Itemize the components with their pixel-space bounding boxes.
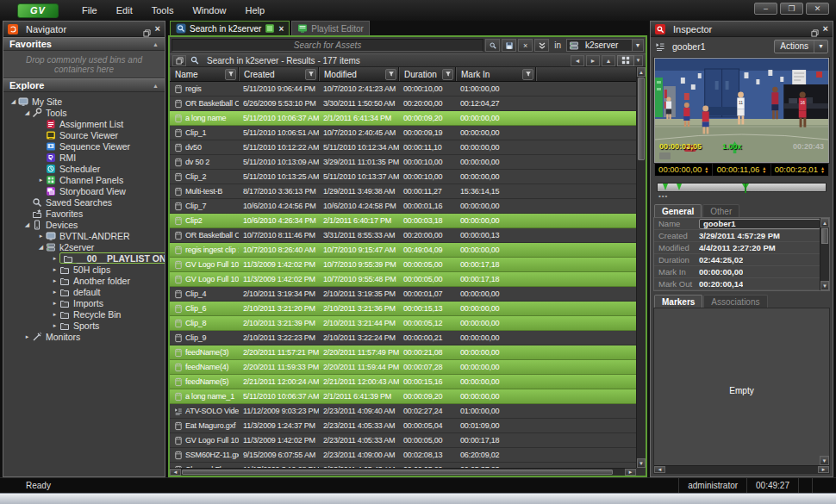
view-mode-dropdown[interactable]: ▼	[617, 55, 643, 66]
menu-tools[interactable]: Tools	[142, 2, 184, 19]
tree-item-my-site[interactable]: ◢My Site	[3, 96, 165, 107]
search-input[interactable]	[172, 39, 484, 52]
tab-search-in-k2server[interactable]: Search in k2server ×	[170, 21, 290, 35]
up-button[interactable]: ▲	[602, 55, 615, 66]
menu-edit[interactable]: Edit	[107, 2, 142, 19]
run-search-button[interactable]	[485, 39, 500, 52]
table-row[interactable]: Clip_25/11/2010 10:13:25 AM5/11/2010 10:…	[170, 170, 636, 184]
tree-item-k2server[interactable]: ◢k2server	[3, 241, 165, 252]
table-row[interactable]: a long name_15/11/2010 10:06:37 AM2/1/20…	[170, 389, 636, 404]
name-field[interactable]	[699, 219, 820, 229]
table-row[interactable]: dv 50 25/11/2010 10:13:09 AM3/29/2011 11…	[170, 155, 636, 170]
tab-general[interactable]: General	[654, 204, 702, 217]
tree-item-devices[interactable]: ◢Devices	[3, 219, 165, 230]
menu-file[interactable]: File	[72, 2, 107, 19]
favorites-header[interactable]: Favorites ▲	[3, 37, 165, 51]
scroll-thumb[interactable]	[182, 470, 613, 475]
expander-icon[interactable]: ▸	[50, 277, 59, 284]
column-header-duration[interactable]: Duration	[399, 67, 456, 81]
save-search-button[interactable]	[502, 39, 516, 52]
scroll-down-icon[interactable]: ▼	[637, 458, 646, 468]
filter-icon[interactable]	[385, 69, 396, 80]
filter-icon[interactable]	[522, 69, 533, 80]
minimize-button[interactable]: –	[754, 3, 777, 15]
close-icon[interactable]: ×	[155, 25, 160, 33]
filter-icon[interactable]	[305, 69, 316, 80]
tree-item-bvtnl-andrer[interactable]: ▸BVTNL-ANDRER	[3, 230, 165, 241]
expand-search-button[interactable]	[534, 39, 549, 52]
spinner-icon[interactable]: ▲▼	[704, 166, 708, 173]
tab-other[interactable]: Other	[702, 204, 739, 217]
scrubber-track[interactable]	[657, 183, 827, 192]
expander-icon[interactable]: ◢	[36, 244, 46, 251]
scroll-right-icon[interactable]: ►	[625, 469, 636, 476]
horizontal-scrollbar[interactable]: ◄ ►	[654, 465, 829, 473]
scroll-thumb[interactable]	[638, 78, 645, 160]
tree-item-channel-panels[interactable]: ▸Channel Panels	[3, 174, 165, 185]
spinner-icon[interactable]: ▲▼	[820, 166, 825, 173]
column-header-created[interactable]: Created	[239, 67, 319, 81]
chevron-down-icon[interactable]: ▼	[632, 40, 643, 51]
table-row[interactable]: OR Basketball Ca...10/7/2010 8:11:46 PM3…	[170, 228, 636, 243]
tree-item-assignment-list[interactable]: Assignment List	[3, 118, 165, 129]
tree-item-rmi[interactable]: RMI	[3, 152, 165, 163]
expander-icon[interactable]: ▸	[50, 322, 59, 329]
vertical-scrollbar[interactable]: ▲ ▼	[636, 67, 646, 468]
forward-button[interactable]: ►	[586, 55, 600, 66]
menu-window[interactable]: Window	[183, 2, 235, 19]
table-row[interactable]: regis5/11/2010 9:06:44 PM10/7/2010 2:41:…	[170, 82, 636, 96]
horizontal-scrollbar[interactable]: ◄ ►	[170, 468, 636, 476]
table-row[interactable]: Clip_92/10/2011 3:22:23 PM2/10/2011 3:22…	[170, 331, 636, 345]
expander-icon[interactable]: ▸	[50, 300, 59, 307]
restore-button[interactable]: ❐	[780, 3, 803, 15]
close-tab-icon[interactable]: ×	[278, 24, 284, 34]
table-row[interactable]: ATV-SOLO Video...11/12/2009 9:03:23 PM2/…	[170, 404, 636, 419]
table-row[interactable]: Eat Maguro.gxf11/3/2009 1:24:37 PM2/23/2…	[170, 419, 636, 433]
expander-icon[interactable]: ▸	[50, 255, 59, 262]
menu-help[interactable]: Help	[236, 2, 275, 19]
fields-scrollbar[interactable]: ▲▼	[820, 218, 829, 290]
expander-icon[interactable]: ▸	[50, 289, 59, 296]
tab-associations[interactable]: Associations	[703, 295, 767, 308]
tree-item-sequence-viewer[interactable]: Sequence Viewer	[3, 140, 165, 152]
expander-icon[interactable]: ◢	[9, 98, 18, 105]
back-button[interactable]: ◄	[571, 55, 584, 66]
expander-icon[interactable]: ▸	[22, 333, 32, 340]
table-row[interactable]: Multi-test-B8/17/2010 3:36:13 PM1/29/201…	[170, 184, 636, 199]
mark-in-flag[interactable]	[663, 184, 668, 190]
playhead[interactable]	[742, 184, 749, 190]
scroll-down-icon[interactable]: ▼	[820, 281, 829, 290]
scroll-down-icon[interactable]: ▼	[820, 456, 829, 465]
tree-item-storyboard-view[interactable]: Storyboard View	[3, 185, 165, 196]
table-row[interactable]: GV Logo Full 1080...11/3/2009 1:42:02 PM…	[170, 433, 636, 448]
scroll-left-icon[interactable]: ◄	[654, 466, 665, 473]
tree-item-default[interactable]: ▸default	[3, 286, 165, 297]
table-row[interactable]: GV Logo Full 1080...11/3/2009 1:42:02 PM…	[170, 272, 636, 287]
undock-results-button[interactable]	[172, 55, 186, 66]
table-row[interactable]: Clip_82/10/2011 3:21:39 PM2/10/2011 3:21…	[170, 316, 636, 331]
expander-icon[interactable]: ▸	[50, 311, 59, 318]
expander-icon[interactable]: ▸	[50, 266, 59, 273]
tab-markers[interactable]: Markers	[654, 295, 702, 308]
table-row[interactable]: a long name5/11/2010 10:06:37 AM2/1/2011…	[170, 111, 636, 126]
spinner-icon[interactable]: ▲▼	[762, 166, 766, 173]
tree-item-sports[interactable]: ▸Sports	[3, 320, 165, 331]
tree-item-imports[interactable]: ▸Imports	[3, 297, 165, 308]
scroll-thumb[interactable]	[821, 228, 828, 244]
tree-item-recycle-bin[interactable]: ▸Recycle Bin	[3, 308, 165, 320]
column-header-mark-in[interactable]: Mark In	[456, 67, 536, 81]
search-scope-dropdown[interactable]: k2server ▼	[566, 39, 644, 52]
tree-item-scheduler[interactable]: Scheduler	[3, 163, 165, 174]
dock-icon[interactable]	[143, 25, 151, 33]
splitter-handle[interactable]: •••	[657, 194, 827, 201]
marker-flag[interactable]	[677, 184, 682, 190]
chevron-down-icon[interactable]: ▼	[814, 40, 827, 53]
tree-item-saved-searches[interactable]: Saved Searches	[3, 196, 165, 208]
mark-in-timecode[interactable]: 00:00:00,00▲▼	[655, 163, 713, 176]
dock-icon[interactable]	[811, 25, 819, 33]
tree-item-50h-clips[interactable]: ▸50H clips	[3, 264, 165, 275]
dock-green-icon[interactable]	[265, 23, 275, 34]
scroll-right-icon[interactable]: ►	[818, 466, 829, 473]
actions-button[interactable]: Actions ▼	[774, 40, 828, 53]
tree-item-tools[interactable]: ◢Tools	[3, 107, 165, 118]
